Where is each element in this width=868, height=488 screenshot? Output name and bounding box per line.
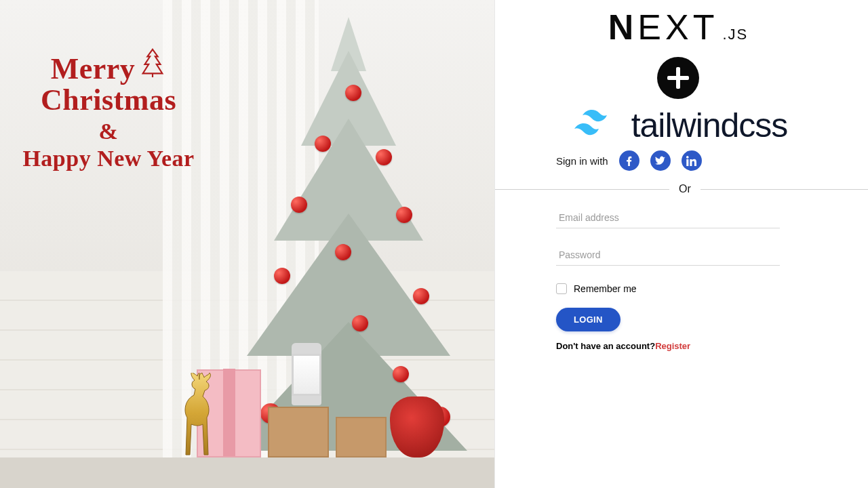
or-divider: Or xyxy=(495,183,868,195)
svg-rect-1 xyxy=(667,76,689,80)
tailwind-mark-icon xyxy=(569,107,623,144)
hero-image-panel: Merry Christmas & Happy New Year xyxy=(0,0,495,488)
lantern xyxy=(292,343,321,405)
greeting-line2: Christmas xyxy=(7,85,210,116)
sign-in-with-label: Sign in with xyxy=(556,155,608,167)
tree-outline-icon xyxy=(139,47,166,85)
twitter-button[interactable] xyxy=(650,150,671,171)
greeting-text: Merry Christmas & Happy New Year xyxy=(7,47,210,171)
gift-box-brown-1 xyxy=(268,407,329,458)
tailwind-logo: tailwindcss xyxy=(495,106,861,145)
greeting-ampersand: & xyxy=(7,119,210,144)
greeting-line1: Merry xyxy=(51,52,136,85)
plus-icon xyxy=(657,57,699,99)
divider-text: Or xyxy=(669,183,701,195)
no-account-text: Don't have an account? xyxy=(556,341,655,351)
login-form: Sign in with Or Remember me L xyxy=(556,150,848,351)
email-input[interactable] xyxy=(556,207,780,228)
no-account-row: Don't have an account?Register xyxy=(556,341,848,351)
tailwind-wordmark: tailwindcss xyxy=(631,106,788,145)
gift-box-brown-2 xyxy=(336,417,387,458)
christmas-tree xyxy=(226,17,471,451)
remember-me-checkbox[interactable] xyxy=(556,283,567,294)
auth-panel: NEXT.JS tailwindcss Sign in with xyxy=(495,0,868,488)
password-input[interactable] xyxy=(556,245,780,266)
remember-me-row[interactable]: Remember me xyxy=(556,283,848,294)
golden-deer-icon xyxy=(176,373,217,458)
greeting-line3: Happy New Year xyxy=(7,146,210,171)
register-link[interactable]: Register xyxy=(655,341,690,351)
facebook-button[interactable] xyxy=(619,150,639,171)
remember-me-label: Remember me xyxy=(574,283,637,294)
nextjs-logo: NEXT.JS xyxy=(495,7,861,47)
login-button[interactable]: LOGIN xyxy=(556,308,620,331)
floor xyxy=(0,458,494,488)
linkedin-button[interactable] xyxy=(682,150,702,171)
